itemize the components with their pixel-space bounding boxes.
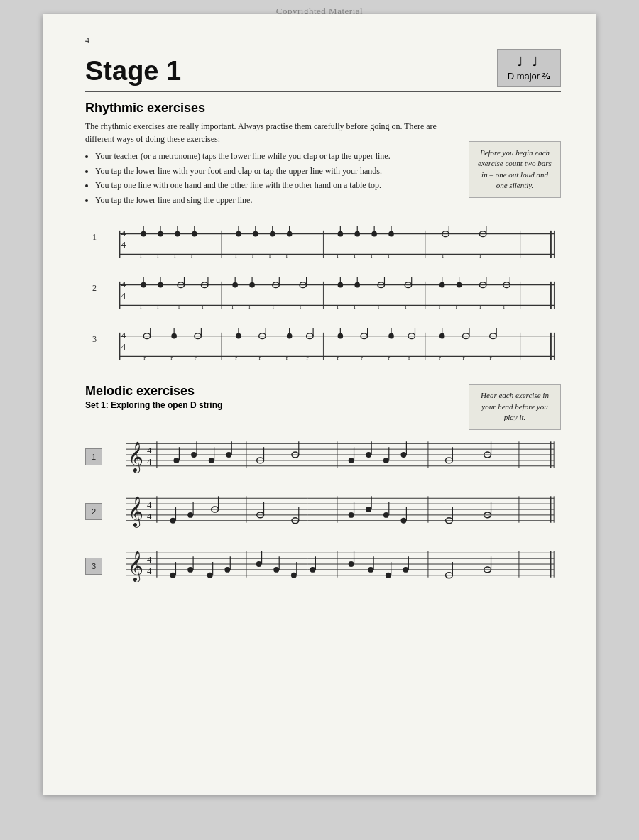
- svg-text:r: r: [252, 252, 254, 259]
- svg-text:r: r: [170, 354, 173, 361]
- bullet-1: Your teacher (or a metronome) taps the l…: [95, 150, 459, 163]
- svg-point-221: [187, 512, 193, 518]
- rhythmic-title: Rhythmic exercises: [85, 101, 561, 116]
- svg-text:r: r: [490, 354, 492, 361]
- staff-svg-1: 4 4: [99, 219, 561, 269]
- svg-point-256: [170, 572, 176, 578]
- rhythmic-staff-row-1: 1 4 4: [85, 219, 561, 269]
- svg-text:4: 4: [147, 456, 152, 466]
- bullet-2: You tap the lower line with your foot an…: [95, 165, 459, 178]
- melodic-staff-svg-1: 𝄞 4 4: [106, 433, 561, 479]
- svg-text:r: r: [202, 303, 204, 310]
- melodic-staff-container-3: 𝄞 4 4: [106, 542, 561, 591]
- svg-text:r: r: [456, 303, 458, 310]
- svg-point-180: [174, 458, 180, 463]
- svg-text:r: r: [300, 303, 302, 310]
- svg-text:r: r: [195, 354, 197, 361]
- svg-text:4: 4: [121, 280, 126, 290]
- svg-point-194: [366, 452, 371, 458]
- svg-text:r: r: [307, 354, 309, 361]
- svg-point-184: [209, 458, 214, 463]
- melodic-num-2: 2: [85, 503, 102, 520]
- set-label: Set 1: Exploring the open D string: [85, 400, 222, 410]
- melodic-staff-container-2: 𝄞 4 4: [106, 487, 561, 536]
- svg-text:4: 4: [147, 555, 152, 565]
- svg-point-198: [401, 452, 407, 458]
- svg-text:r: r: [388, 252, 390, 259]
- svg-text:r: r: [140, 303, 142, 310]
- melodic-staff-row-2: 2 𝄞 4 4: [85, 487, 561, 536]
- svg-point-233: [383, 512, 389, 518]
- svg-point-231: [366, 507, 371, 512]
- svg-point-235: [401, 517, 407, 523]
- stage-header: Stage 1 ♩ ♩ D major ²⁄₄: [85, 49, 561, 92]
- svg-point-268: [291, 572, 297, 578]
- page: 4 Stage 1 ♩ ♩ D major ²⁄₄ Rhythmic exerc…: [43, 14, 596, 795]
- svg-point-182: [191, 452, 197, 458]
- svg-text:4: 4: [147, 446, 152, 455]
- svg-text:r: r: [235, 354, 237, 361]
- rhythmic-staffs: 1 4 4: [85, 219, 561, 371]
- svg-point-258: [187, 567, 193, 573]
- bullet-3: You tap one line with one hand and the o…: [95, 179, 459, 192]
- svg-text:r: r: [408, 354, 410, 361]
- staff-num-1: 1: [85, 219, 97, 243]
- svg-text:r: r: [286, 252, 288, 259]
- svg-text:4: 4: [147, 500, 152, 510]
- rhythmic-staff-row-3: 3 4 4: [85, 321, 561, 371]
- svg-text:4: 4: [147, 565, 152, 575]
- svg-text:r: r: [337, 354, 339, 361]
- svg-text:r: r: [337, 303, 339, 310]
- melodic-left: Melodic exercises Set 1: Exploring the o…: [85, 384, 222, 410]
- svg-text:r: r: [405, 303, 407, 310]
- staff-container-3: 4 4: [99, 321, 561, 371]
- svg-point-186: [226, 452, 231, 458]
- svg-text:4: 4: [121, 331, 126, 341]
- svg-text:r: r: [178, 303, 180, 310]
- svg-text:4: 4: [121, 290, 126, 301]
- svg-text:r: r: [354, 303, 356, 310]
- page-number: 4: [85, 35, 561, 46]
- svg-text:r: r: [259, 354, 261, 361]
- melodic-staff-row-1: 1 𝄞 4 4: [85, 433, 561, 482]
- svg-text:r: r: [388, 354, 390, 361]
- svg-text:r: r: [143, 354, 146, 361]
- svg-text:r: r: [157, 252, 159, 259]
- svg-text:r: r: [248, 303, 251, 310]
- svg-text:r: r: [503, 303, 506, 310]
- svg-point-270: [310, 567, 316, 573]
- svg-text:r: r: [442, 252, 444, 259]
- staff-svg-2: 4 4: [99, 270, 561, 320]
- rhythmic-tip: Before you begin each exercise count two…: [469, 141, 561, 198]
- svg-point-278: [403, 567, 408, 573]
- svg-text:r: r: [337, 252, 339, 259]
- staff-container-2: 4 4: [99, 270, 561, 320]
- svg-text:r: r: [462, 354, 464, 361]
- svg-text:r: r: [479, 303, 481, 310]
- svg-text:r: r: [439, 354, 441, 361]
- rhythmic-intro: The rhythmic exercises are really import…: [85, 120, 459, 145]
- svg-text:r: r: [378, 303, 380, 310]
- svg-text:r: r: [371, 252, 373, 259]
- svg-point-260: [207, 572, 213, 578]
- svg-text:r: r: [479, 252, 481, 259]
- svg-point-266: [273, 567, 279, 573]
- melodic-title: Melodic exercises: [85, 384, 222, 399]
- svg-point-262: [224, 567, 230, 573]
- rhythmic-text: The rhythmic exercises are really import…: [85, 120, 459, 212]
- svg-text:r: r: [174, 252, 176, 259]
- melodic-num-1: 1: [85, 448, 102, 465]
- svg-text:4: 4: [121, 239, 126, 250]
- melodic-staff-svg-3: 𝄞 4 4: [106, 542, 561, 588]
- svg-text:r: r: [231, 303, 234, 310]
- melodic-staff-row-3: 3 𝄞 4 4: [85, 542, 561, 591]
- stage-title: Stage 1: [85, 56, 181, 87]
- staff-num-2: 2: [85, 270, 97, 294]
- svg-text:r: r: [157, 303, 159, 310]
- svg-text:4: 4: [121, 341, 126, 352]
- rhythmic-staff-row-2: 2 4 4: [85, 270, 561, 320]
- svg-point-272: [349, 561, 354, 567]
- staff-svg-3: 4 4: [99, 321, 561, 371]
- svg-point-276: [386, 572, 391, 578]
- bullet-4: You tap the lower line and sing the uppe…: [95, 194, 459, 207]
